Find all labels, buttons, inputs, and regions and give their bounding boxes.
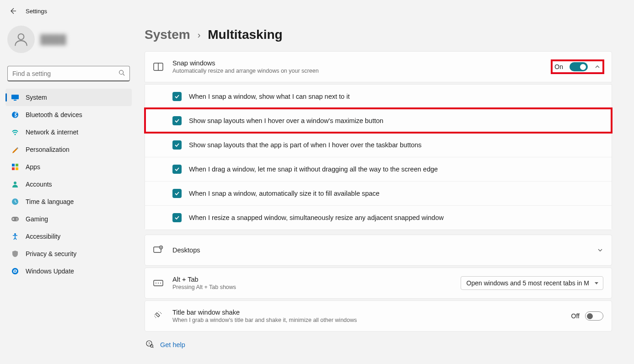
sidebar: ████ SystemBluetooth & devicesNetwork & … <box>0 22 137 364</box>
alt-tab-subtitle: Pressing Alt + Tab shows <box>172 284 451 290</box>
privacy-icon <box>11 250 19 258</box>
chevron-up-icon[interactable] <box>594 64 601 70</box>
sidebar-item-label: Gaming <box>26 215 48 223</box>
help-icon: ? <box>145 340 154 349</box>
chevron-right-icon: › <box>198 30 201 40</box>
main-content: System › Multitasking Snap windows Autom… <box>137 22 634 364</box>
sidebar-item-privacy[interactable]: Privacy & security <box>5 245 132 262</box>
desktops-icon <box>153 245 163 255</box>
search-icon <box>118 70 125 78</box>
snap-options-list: When I snap a window, show what I can sn… <box>145 84 612 230</box>
sidebar-item-label: Personalization <box>26 146 70 153</box>
snap-option-label: Show snap layouts that the app is part o… <box>189 141 422 149</box>
snap-option-row: When I resize a snapped window, simultan… <box>145 205 612 230</box>
shake-toggle-label: Off <box>571 312 580 320</box>
snap-option-checkbox[interactable] <box>172 116 182 125</box>
snap-option-checkbox[interactable] <box>172 140 182 150</box>
svg-rect-9 <box>16 167 18 170</box>
sidebar-item-label: Bluetooth & devices <box>26 111 82 118</box>
snap-option-checkbox[interactable] <box>172 165 182 174</box>
system-icon <box>11 93 19 102</box>
search-input[interactable] <box>12 70 118 77</box>
shake-subtitle: When I grab a window's title bar and sha… <box>172 317 562 323</box>
snap-option-label: When I drag a window, let me snap it wit… <box>189 166 438 173</box>
svg-point-15 <box>14 233 16 235</box>
sidebar-item-time[interactable]: Time & language <box>5 193 132 210</box>
help-label: Get help <box>160 341 185 348</box>
alt-tab-icon <box>153 278 163 288</box>
svg-point-24 <box>160 283 161 284</box>
alt-tab-title: Alt + Tab <box>172 276 451 283</box>
svg-point-22 <box>156 283 156 284</box>
gaming-icon <box>11 215 19 223</box>
svg-text:?: ? <box>148 342 150 346</box>
desktops-card[interactable]: Desktops <box>145 235 612 266</box>
snap-option-checkbox[interactable] <box>172 92 182 101</box>
svg-rect-3 <box>14 100 16 101</box>
alt-tab-dropdown[interactable]: Open windows and 5 most recent tabs in M <box>461 276 603 290</box>
snap-toggle-label: On <box>554 63 563 70</box>
svg-rect-8 <box>12 167 15 170</box>
shake-title: Title bar window shake <box>172 309 562 316</box>
svg-point-0 <box>18 34 24 40</box>
network-icon <box>11 128 19 136</box>
snap-subtitle: Automatically resize and arrange windows… <box>172 68 543 74</box>
snap-toggle[interactable] <box>570 62 588 71</box>
sidebar-item-label: Privacy & security <box>26 250 76 257</box>
sidebar-item-system[interactable]: System <box>5 89 132 106</box>
snap-option-row: When I snap a window, automatically size… <box>145 181 612 205</box>
sidebar-item-bluetooth[interactable]: Bluetooth & devices <box>5 106 132 123</box>
get-help-link[interactable]: ? Get help <box>145 333 612 356</box>
snap-option-row: When I drag a window, let me snap it wit… <box>145 157 612 181</box>
avatar <box>7 26 35 53</box>
snap-option-label: When I resize a snapped window, simultan… <box>189 214 444 221</box>
sidebar-item-label: Apps <box>26 163 40 171</box>
sidebar-item-label: Windows Update <box>26 268 74 275</box>
svg-point-14 <box>16 219 17 220</box>
accessibility-icon <box>11 232 19 241</box>
snap-windows-header[interactable]: Snap windows Automatically resize and ar… <box>145 52 612 82</box>
breadcrumb: System › Multitasking <box>145 27 612 42</box>
snap-windows-icon <box>153 62 163 72</box>
svg-rect-2 <box>11 95 19 99</box>
shake-toggle[interactable] <box>585 311 603 321</box>
svg-rect-7 <box>16 164 18 166</box>
highlight-toggle-box: On <box>552 60 603 73</box>
sidebar-item-network[interactable]: Network & internet <box>5 123 132 141</box>
search-box[interactable] <box>7 66 130 81</box>
sidebar-item-accounts[interactable]: Accounts <box>5 176 132 193</box>
personalization-icon <box>11 145 19 154</box>
sidebar-item-label: Accessibility <box>26 233 60 240</box>
svg-point-23 <box>158 283 159 284</box>
accounts-icon <box>11 180 19 188</box>
sidebar-item-personalization[interactable]: Personalization <box>5 141 132 158</box>
sidebar-item-accessibility[interactable]: Accessibility <box>5 228 132 245</box>
alt-tab-card: Alt + Tab Pressing Alt + Tab shows Open … <box>145 268 612 299</box>
apps-icon <box>11 163 19 171</box>
svg-rect-6 <box>12 164 15 166</box>
desktops-title: Desktops <box>172 246 588 254</box>
chevron-down-icon <box>597 247 603 253</box>
svg-point-10 <box>14 182 16 184</box>
sidebar-item-apps[interactable]: Apps <box>5 158 132 176</box>
profile-section[interactable]: ████ <box>5 26 132 60</box>
breadcrumb-parent[interactable]: System <box>145 27 190 42</box>
time-icon <box>11 198 19 206</box>
sidebar-item-label: Network & internet <box>26 128 78 136</box>
svg-point-1 <box>119 70 124 74</box>
bluetooth-icon <box>11 111 19 119</box>
snap-option-row: Show snap layouts that the app is part o… <box>145 133 612 157</box>
update-icon <box>11 267 19 275</box>
app-title: Settings <box>26 8 47 15</box>
sidebar-item-label: System <box>26 94 47 101</box>
snap-option-row: When I snap a window, show what I can sn… <box>145 85 612 108</box>
snap-option-row: Show snap layouts when I hover over a wi… <box>145 108 612 133</box>
snap-option-checkbox[interactable] <box>172 189 182 198</box>
title-bar-shake-card: Title bar window shake When I grab a win… <box>145 300 612 332</box>
snap-option-checkbox[interactable] <box>172 213 182 222</box>
sidebar-item-update[interactable]: Windows Update <box>5 262 132 280</box>
sidebar-item-label: Accounts <box>26 181 52 188</box>
back-button[interactable] <box>7 5 18 16</box>
sidebar-item-gaming[interactable]: Gaming <box>5 210 132 228</box>
snap-option-label: Show snap layouts when I hover over a wi… <box>189 117 383 124</box>
